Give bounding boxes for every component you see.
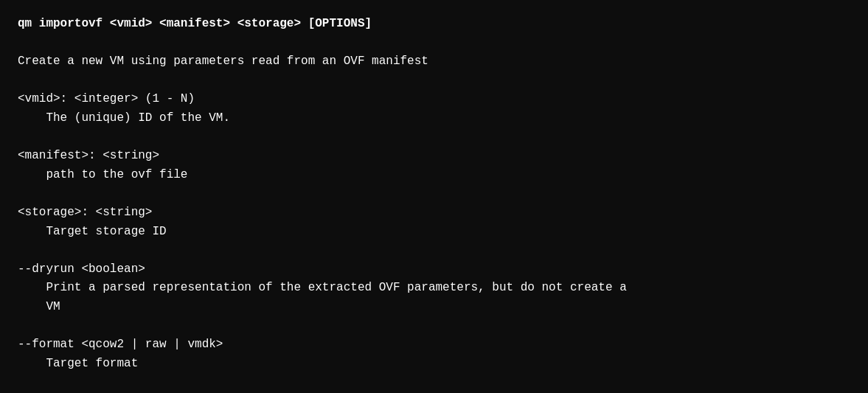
blank-line-5: [18, 241, 850, 260]
blank-line-4: [18, 184, 850, 204]
format-desc-line: Target format: [18, 355, 850, 374]
dryrun-desc-line-2: VM: [18, 298, 850, 317]
storage-type-line: <storage>: <string>: [18, 204, 850, 223]
blank-line-2: [18, 72, 850, 91]
dryrun-desc-line-1: Print a parsed representation of the ext…: [18, 279, 850, 298]
manifest-desc-line: path to the ovf file: [18, 166, 850, 185]
description-line: Create a new VM using parameters read fr…: [18, 52, 850, 72]
blank-line-6: [18, 317, 850, 336]
terminal-window: qm importovf <vmid> <manifest> <storage>…: [18, 15, 850, 373]
vmid-desc-line: The (unique) ID of the VM.: [18, 109, 850, 128]
manifest-type-line: <manifest>: <string>: [18, 147, 850, 166]
dryrun-type-line: --dryrun <boolean>: [18, 260, 850, 279]
storage-desc-line: Target storage ID: [18, 223, 850, 242]
command-line: qm importovf <vmid> <manifest> <storage>…: [18, 15, 850, 34]
format-type-line: --format <qcow2 | raw | vmdk>: [18, 335, 850, 355]
vmid-type-line: <vmid>: <integer> (1 - N): [18, 90, 850, 109]
blank-line-1: [18, 34, 850, 53]
blank-line-3: [18, 128, 850, 147]
